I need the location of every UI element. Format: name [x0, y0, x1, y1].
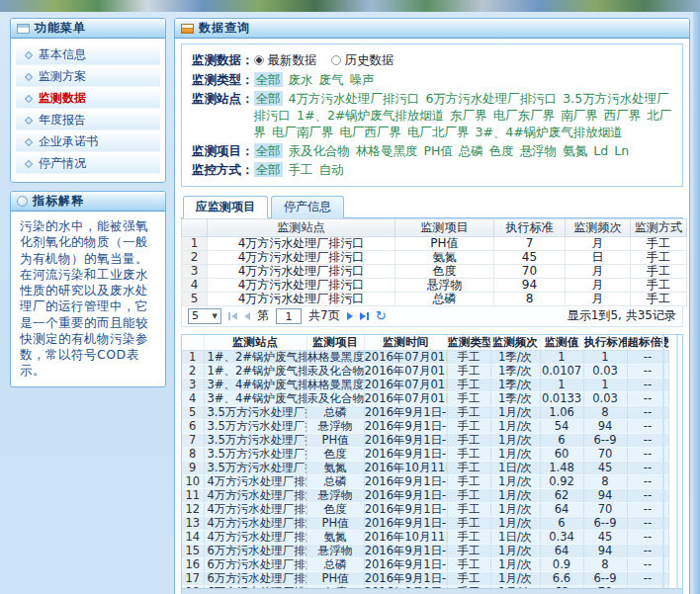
filter-link[interactable]: 氨氮 — [563, 143, 587, 158]
table-row[interactable]: 114万方污水处理厂排污口悬浮物2016年9月1日-手工1月/次6294-- — [182, 489, 668, 503]
radio-option[interactable]: 最新数据 — [254, 51, 317, 68]
table-cell: 总磷 — [395, 292, 494, 305]
filter-link[interactable]: 手工 — [288, 162, 312, 177]
table-row[interactable]: 124万方污水处理厂排污口色度2016年9月1日-手工1月/次6470-- — [182, 503, 668, 517]
filter-link[interactable]: 1#、2#锅炉废气排放烟道 — [297, 108, 444, 123]
sidebar-item-6[interactable]: 停产情况 — [16, 154, 160, 174]
page-number-input[interactable]: 1 — [276, 308, 302, 324]
table-row[interactable]: 93.5万方污水处理厂排污口氨氮2016年10月11日手工1日/次1.4845-… — [182, 462, 668, 475]
filter-link[interactable]: 东厂界 — [450, 108, 487, 123]
tab-1[interactable]: 应监测项目 — [183, 196, 268, 218]
scrollbar-track[interactable] — [662, 335, 664, 594]
table-cell: 手工 — [447, 545, 490, 558]
indicator-explain-panel: 指标解释 污染的水中，能被强氧化剂氧化的物质（一般为有机物）的氧当量。在河流污染… — [10, 191, 166, 387]
filter-link[interactable]: 悬浮物 — [520, 143, 558, 158]
filter-options: 最新数据历史数据 — [254, 51, 673, 69]
radio-icon[interactable] — [254, 55, 264, 65]
table-row[interactable]: 14万方污水处理厂排污口PH值7月手工 — [182, 236, 687, 250]
table-row[interactable]: 33#、4#锅炉废气排放烟道林格曼黑度2016年07月01日手工1季/次11-- — [182, 379, 668, 392]
filter-link[interactable]: 废气 — [318, 72, 343, 87]
table-cell: 3#、4#锅炉废气排放烟道 — [204, 392, 306, 406]
sidebar-item-4[interactable]: 年度报告 — [16, 111, 160, 130]
filter-link[interactable]: 4万方污水处理厂排污口 — [288, 91, 419, 106]
pagination-bar: 5 ▼ 第 1 共7页 ↻ 显示1到5, 共35记录 — [181, 306, 683, 327]
prev-page-button[interactable] — [244, 312, 250, 320]
table-row[interactable]: 44万方污水处理厂排污口悬浮物94月手工 — [182, 278, 687, 292]
filter-link[interactable]: 自动 — [318, 162, 343, 177]
table-cell: 4 — [182, 392, 204, 406]
filter-link[interactable]: 电厂东厂界 — [493, 108, 556, 123]
diamond-icon — [25, 137, 33, 145]
refresh-icon[interactable]: ↻ — [376, 309, 387, 322]
filter-link[interactable]: 全部 — [254, 91, 283, 106]
filter-link[interactable]: Ln — [614, 143, 629, 158]
table-row[interactable]: 43#、4#锅炉废气排放烟道汞及化合物2016年07月01日手工1季/次0.01… — [182, 392, 668, 406]
filter-link[interactable]: 林格曼黑度 — [356, 143, 418, 158]
table-row[interactable]: 73.5万方污水处理厂排污口PH值2016年9月1日-手工1月/次66--9-- — [182, 434, 668, 448]
table-cell: 6--9 — [583, 572, 627, 586]
radio-option[interactable]: 历史数据 — [331, 51, 394, 68]
filter-link[interactable]: 6万方污水处理厂排污口 — [425, 91, 557, 106]
filter-link[interactable]: 3#、4#锅炉废气排放烟道 — [475, 125, 622, 139]
table-row[interactable]: 34万方污水处理厂排污口色度70月手工 — [182, 264, 687, 278]
radio-icon[interactable] — [331, 55, 341, 65]
table-row[interactable]: 144万方污水处理厂排污口氨氮2016年10月11日手工1日/次0.3445-- — [182, 531, 668, 545]
indicator-explain-header: 指标解释 — [11, 192, 165, 212]
filter-options: 全部 汞及化合物 林格曼黑度 PH值 总磷 色度 悬浮物 氨氮 Ld Ln — [254, 142, 673, 159]
last-page-button[interactable] — [360, 312, 369, 320]
scrollbar-track-2[interactable] — [676, 335, 678, 594]
sidebar-item-5[interactable]: 企业承诺书 — [16, 132, 160, 152]
filter-link[interactable]: 全部 — [254, 143, 283, 158]
table-cell: 6万方污水处理厂排污口 — [204, 572, 306, 586]
filter-link[interactable]: 电厂西厂界 — [339, 125, 401, 139]
filter-link[interactable]: 电厂北厂界 — [407, 125, 470, 139]
filter-link[interactable]: 噪声 — [349, 72, 374, 87]
filter-link[interactable]: 汞及化合物 — [288, 143, 350, 158]
table-cell: 2016年9月1日- — [364, 448, 447, 462]
filter-link[interactable]: 总磷 — [459, 143, 483, 158]
table-cell: 手工 — [447, 434, 490, 448]
sidebar-item-3[interactable]: 监测数据 — [16, 89, 160, 109]
table-row[interactable]: 24万方污水处理厂排污口氨氮45日手工 — [182, 250, 687, 264]
filter-link[interactable]: 南厂界 — [561, 108, 598, 123]
table-row[interactable]: 11#、2#锅炉废气排放烟道林格曼黑度2016年07月01日手工1季/次11-- — [182, 351, 668, 365]
table-row[interactable]: 166万方污水处理厂排污口总磷2016年9月1日-手工1月/次0.98-- — [182, 558, 668, 572]
tab-2[interactable]: 停产信息 — [271, 196, 344, 218]
filter-options: 全部 废水 废气 噪声 — [254, 71, 673, 88]
filter-link[interactable]: 废水 — [288, 72, 312, 87]
table-row[interactable]: 83.5万方污水处理厂排污口色度2016年9月1日-手工1月/次6070-- — [182, 448, 668, 462]
first-page-button[interactable] — [228, 312, 237, 320]
filter-link[interactable]: 全部 — [254, 162, 283, 177]
table-row[interactable]: 53.5万方污水处理厂排污口总磷2016年9月1日-手工1月/次1.068-- — [182, 406, 668, 420]
page-size-select[interactable]: 5 ▼ — [188, 308, 221, 324]
table-row[interactable]: 134万方污水处理厂排污口PH值2016年9月1日-手工1月/次66--9-- — [182, 517, 668, 531]
table-row[interactable]: 104万方污水处理厂排污口总磷2016年9月1日-手工1月/次0.928-- — [182, 475, 668, 489]
table-row[interactable]: 54万方污水处理厂排污口总磷8月手工 — [182, 292, 687, 305]
table-row[interactable]: 156万方污水处理厂排污口悬浮物2016年9月1日-手工1月/次6494-- — [182, 545, 668, 558]
table-cell: 1 — [583, 379, 627, 392]
table-cell: 1月/次 — [490, 503, 540, 517]
filter-link[interactable]: 西厂界 — [604, 108, 642, 123]
filter-link[interactable]: PH值 — [423, 143, 452, 158]
table-row[interactable]: 176万方污水处理厂排污口PH值2016年9月1日-手工1月/次6.66--9-… — [182, 572, 668, 586]
sidebar-item-1[interactable]: 基本信息 — [16, 45, 160, 65]
filter-link[interactable]: Ld — [593, 143, 608, 158]
table-cell: 1.06 — [540, 406, 583, 420]
function-menu-title: 功能菜单 — [35, 20, 86, 37]
filter-link[interactable]: 全部 — [254, 72, 283, 87]
sidebar-item-label: 基本信息 — [39, 46, 86, 63]
sidebar-item-2[interactable]: 监测方案 — [16, 67, 160, 87]
table-cell: 1月/次 — [490, 489, 540, 503]
filter-link[interactable]: 电厂南厂界 — [272, 125, 334, 139]
next-page-button[interactable] — [347, 312, 353, 320]
column-header: 监测类型 — [447, 335, 490, 351]
table-cell: 3.5万方污水处理厂排污口 — [204, 448, 306, 462]
filter-link[interactable]: 色度 — [489, 143, 514, 158]
page: 功能菜单 基本信息监测方案监测数据年度报告企业承诺书停产情况 指标解释 污染的水… — [0, 0, 700, 594]
table-cell: 4万方污水处理厂排污口 — [208, 236, 395, 250]
table2-header: 监测站点监测项目监测时间监测类型监测频次监测值执行标准超标倍数 — [182, 335, 668, 351]
page-title: 数据查询 — [199, 20, 250, 37]
table-row[interactable]: 63.5万方污水处理厂排污口悬浮物2016年9月1日-手工1月/次5494-- — [182, 420, 668, 434]
table-row[interactable]: 21#、2#锅炉废气排放烟道汞及化合物2016年07月01日手工1季/次0.01… — [182, 365, 668, 379]
function-menu-header: 功能菜单 — [11, 19, 165, 39]
